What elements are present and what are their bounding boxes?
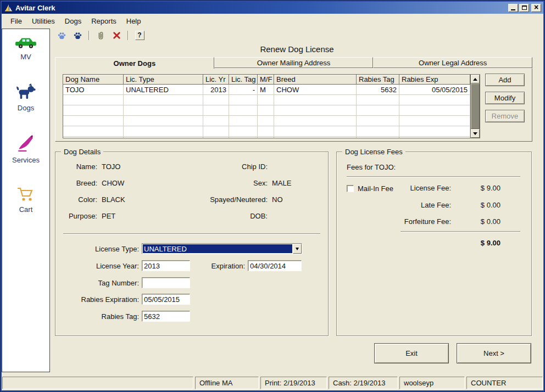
purpose-label: Purpose: <box>62 211 102 222</box>
cell-dog-name[interactable]: TOJO <box>63 85 124 95</box>
col-breed[interactable]: Breed <box>274 75 357 85</box>
forfeiture-fee-row: Forfeiture Fee: $ 0.00 <box>337 216 531 227</box>
tab-owner-mailing-address[interactable]: Owner Mailing Address <box>214 57 374 68</box>
late-fee-label: Late Fee: <box>421 200 451 211</box>
tab-owner-legal-address[interactable]: Owner Legal Address <box>373 57 532 68</box>
cell-mf[interactable]: M <box>258 85 274 95</box>
col-rabies-exp[interactable]: Rabies Exp <box>399 75 470 85</box>
purpose-value: PET <box>102 211 173 222</box>
maximize-button[interactable] <box>519 4 529 12</box>
scroll-down-icon[interactable] <box>471 129 480 138</box>
menu-dogs[interactable]: Dogs <box>60 16 86 26</box>
expiration-input[interactable] <box>248 260 302 271</box>
license-year-input[interactable] <box>142 260 190 271</box>
spayed-neutered-value: NO <box>272 194 324 205</box>
cell-breed[interactable]: CHOW <box>274 85 357 95</box>
col-lic-tag[interactable]: Lic. Tag <box>229 75 258 85</box>
cell-lic-yr[interactable]: 2013 <box>203 85 229 95</box>
col-dog-name[interactable]: Dog Name <box>63 75 124 85</box>
menu-bar: File Utilities Dogs Reports Help <box>2 14 543 27</box>
menu-help[interactable]: Help <box>121 16 146 26</box>
sex-label: Sex: <box>173 178 272 189</box>
owner-dogs-panel: Dog Name Lic. Type Lic. Yr Lic. Tag M/F … <box>55 68 532 142</box>
modify-button[interactable]: Modify <box>485 92 525 104</box>
dog-icon <box>15 83 36 101</box>
rabies-expiration-input[interactable] <box>142 294 190 305</box>
col-rabies-tag[interactable]: Rabies Tag <box>357 75 399 85</box>
forfeiture-fee-value: $ 0.00 <box>481 216 500 227</box>
menu-utilities[interactable]: Utilities <box>27 16 60 26</box>
sidebar: MV Dogs Services Cart <box>2 29 50 372</box>
tag-number-row: Tag Number: <box>55 277 190 288</box>
sidebar-label-services: Services <box>12 156 40 164</box>
col-lic-type[interactable]: Lic. Type <box>124 75 203 85</box>
name-label: Name: <box>62 161 102 172</box>
tab-strip: Owner Dogs Owner Mailing Address Owner L… <box>55 57 532 69</box>
cell-lic-type[interactable]: UNALTERED <box>124 85 203 95</box>
cell-rabies-exp[interactable]: 05/05/2015 <box>399 85 470 95</box>
window-title: Avitar Clerk <box>15 4 55 12</box>
help-icon[interactable]: ? <box>133 29 146 41</box>
license-fee-row: License Fee: $ 9.00 <box>337 183 531 194</box>
scroll-thumb[interactable] <box>471 83 480 129</box>
license-year-row: License Year: Expiration: <box>55 260 302 271</box>
license-type-selected: UNALTERED <box>143 244 292 253</box>
close-icon: × <box>534 3 538 11</box>
next-button[interactable]: Next > <box>457 343 531 363</box>
tab-owner-dogs[interactable]: Owner Dogs <box>55 57 214 69</box>
name-value: TOJO <box>102 161 173 172</box>
sex-value: MALE <box>272 178 324 189</box>
menu-file[interactable]: File <box>5 16 27 26</box>
breed-value: CHOW <box>102 178 173 189</box>
dog-details-info: Name: TOJO Chip ID: Breed: CHOW Sex: MAL… <box>62 161 324 222</box>
sidebar-label-mv: MV <box>20 53 31 61</box>
paw-light-icon[interactable] <box>55 29 68 41</box>
paperclip-icon[interactable] <box>94 29 107 41</box>
chip-id-value <box>272 161 324 172</box>
rabies-tag-input[interactable] <box>142 311 190 322</box>
fees-divider-bottom <box>401 231 520 232</box>
table-vscrollbar[interactable] <box>470 75 480 138</box>
tag-number-label: Tag Number: <box>55 279 142 287</box>
question-mark: ? <box>135 31 144 40</box>
minimize-icon <box>511 9 515 10</box>
toolbar: ? <box>51 28 543 42</box>
remove-button: Remove <box>485 110 525 122</box>
cell-lic-tag[interactable]: - <box>229 85 258 95</box>
scroll-up-icon[interactable] <box>471 75 480 83</box>
add-button[interactable]: Add <box>485 74 525 86</box>
license-type-row: License Type: UNALTERED <box>55 243 302 254</box>
close-button[interactable]: × <box>531 4 541 12</box>
col-lic-yr[interactable]: Lic. Yr <box>203 75 229 85</box>
sidebar-item-cart[interactable]: Cart <box>16 186 35 214</box>
sidebar-item-services[interactable]: Services <box>12 134 40 164</box>
status-bar: Offline MA Print: 2/19/2013 Cash: 2/19/2… <box>2 376 543 390</box>
details-divider <box>63 233 320 234</box>
rabies-tag-label: Rabies Tag: <box>55 312 142 321</box>
sidebar-label-dogs: Dogs <box>18 104 34 112</box>
dob-label: DOB: <box>173 211 272 222</box>
paw-dark-icon[interactable] <box>71 29 84 41</box>
window-controls: × <box>508 4 541 12</box>
dob-value <box>272 211 324 222</box>
rabies-expiration-row: Rabies Expiration: <box>55 294 190 305</box>
tag-number-input[interactable] <box>142 277 190 288</box>
col-mf[interactable]: M/F <box>258 75 274 85</box>
cell-rabies-tag[interactable]: 5632 <box>357 85 399 95</box>
delete-x-icon[interactable] <box>110 29 123 41</box>
exit-button[interactable]: Exit <box>374 343 449 363</box>
license-type-label: License Type: <box>55 245 142 253</box>
color-value: BLACK <box>102 194 173 205</box>
license-type-select[interactable]: UNALTERED <box>142 243 302 254</box>
sidebar-item-dogs[interactable]: Dogs <box>15 83 36 112</box>
menu-reports[interactable]: Reports <box>86 16 121 26</box>
status-print-date: Print: 2/19/2013 <box>260 377 327 389</box>
minimize-button[interactable] <box>508 4 518 12</box>
chevron-down-icon[interactable] <box>293 244 302 254</box>
fees-divider-top <box>347 176 520 177</box>
forfeiture-fee-label: Forfeiture Fee: <box>404 216 451 227</box>
page-title: Renew Dog License <box>51 44 543 54</box>
dog-license-fees-group: Dog License Fees Fees for TOJO: Mail-In … <box>336 152 532 336</box>
fees-group-title: Dog License Fees <box>342 148 405 156</box>
sidebar-item-mv[interactable]: MV <box>14 36 37 61</box>
